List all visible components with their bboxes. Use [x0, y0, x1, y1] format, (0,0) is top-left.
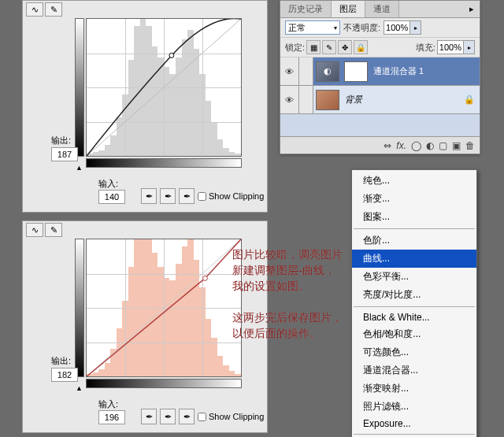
- eyedropper-black-icon[interactable]: ✒: [141, 409, 157, 424]
- menu-item[interactable]: 曲线...: [352, 250, 476, 268]
- lock-row: 锁定: ▦ ✎ ✥ 🔒 填充: 100% ▸: [280, 38, 480, 57]
- input-gradient: [86, 379, 242, 388]
- visibility-icon[interactable]: 👁: [280, 57, 299, 85]
- adjustment-layer-menu: 纯色...渐变...图案...色阶...曲线...色彩平衡...亮度/对比度..…: [351, 169, 477, 437]
- mask-icon[interactable]: ◯: [411, 140, 421, 151]
- tab-layers[interactable]: 图层: [332, 1, 365, 17]
- fill-label: 填充:: [416, 42, 435, 54]
- panel-menu-icon[interactable]: ▸: [464, 1, 480, 17]
- curves-panel-1: ∿ ✎ ▲ 输出: 187 输入: 140 ✒ ✒ ✒ Show Clippin…: [22, 0, 268, 213]
- input-value[interactable]: 196: [98, 410, 125, 424]
- menu-item[interactable]: 可选颜色...: [352, 343, 476, 361]
- fill-input[interactable]: 100% ▸: [437, 40, 475, 54]
- curve-line: [87, 239, 241, 376]
- menu-item[interactable]: 纯色...: [352, 172, 476, 190]
- chevron-right-icon[interactable]: ▸: [410, 21, 421, 34]
- eyedropper-white-icon[interactable]: ✒: [179, 409, 195, 424]
- fill-value: 100%: [438, 42, 463, 53]
- layer-thumb[interactable]: ◐: [316, 61, 339, 82]
- link-cell[interactable]: [299, 86, 313, 113]
- blend-mode-select[interactable]: 正常 ▾: [285, 20, 340, 35]
- blend-mode-value: 正常: [288, 22, 306, 34]
- eyedropper-gray-icon[interactable]: ✒: [160, 409, 176, 424]
- menu-item[interactable]: 图案...: [352, 208, 476, 226]
- show-clipping-label: Show Clipping: [209, 191, 264, 201]
- lock-icon: 🔒: [464, 94, 475, 105]
- layer-name[interactable]: 背景: [342, 94, 362, 106]
- opacity-input[interactable]: 100% ▸: [384, 20, 421, 35]
- menu-item[interactable]: 通道混合器...: [352, 361, 476, 380]
- opacity-value: 100%: [384, 22, 410, 33]
- fx-icon[interactable]: fx.: [396, 140, 406, 151]
- eyedropper-group: ✒ ✒ ✒: [141, 188, 195, 204]
- output-gradient: [75, 239, 84, 377]
- chevron-down-icon: ▾: [334, 24, 337, 31]
- output-label: 输出:: [51, 135, 71, 146]
- input-label: 输入:: [98, 398, 118, 410]
- chevron-right-icon[interactable]: ▸: [463, 41, 474, 54]
- eyedropper-gray-icon[interactable]: ✒: [160, 188, 176, 204]
- tab-history[interactable]: 历史记录: [280, 1, 332, 17]
- menu-item[interactable]: 色彩平衡...: [352, 268, 476, 286]
- lock-all-icon[interactable]: 🔒: [354, 40, 368, 54]
- curves-toolbar: ∿ ✎: [23, 1, 267, 18]
- curves-panel-2: ∿ ✎ ▲ 输出: 182 输入: 196 ✒ ✒ ✒ Show Clippin…: [22, 220, 268, 433]
- curve-tool-icon[interactable]: ∿: [26, 223, 43, 237]
- menu-item[interactable]: 色相/饱和度...: [352, 325, 476, 343]
- layer-mask[interactable]: [344, 61, 368, 82]
- menu-item[interactable]: 渐变...: [352, 190, 476, 208]
- curve-tool-icon[interactable]: ∿: [26, 2, 43, 17]
- opacity-label: 不透明度:: [343, 22, 380, 34]
- pencil-tool-icon[interactable]: ✎: [45, 223, 62, 237]
- link-layers-icon[interactable]: ⇔: [384, 140, 391, 151]
- menu-separator: [354, 306, 475, 307]
- link-cell[interactable]: [299, 57, 313, 85]
- annotation-text: 这两步完后保存图片，以便后面的操作。: [232, 310, 350, 342]
- eyedropper-white-icon[interactable]: ✒: [179, 188, 195, 204]
- show-clipping-input[interactable]: [198, 413, 206, 421]
- layers-panel: 历史记录 图层 通道 ▸ 正常 ▾ 不透明度: 100% ▸ 锁定: ▦ ✎ ✥…: [280, 0, 480, 154]
- show-clipping-checkbox[interactable]: Show Clipping: [198, 191, 264, 201]
- tab-channels[interactable]: 通道: [365, 1, 399, 17]
- lock-move-icon[interactable]: ✥: [338, 40, 352, 54]
- layer-name[interactable]: 通道混合器 1: [370, 65, 424, 77]
- show-clipping-input[interactable]: [198, 192, 206, 201]
- pencil-tool-icon[interactable]: ✎: [45, 2, 62, 17]
- menu-item[interactable]: 色阶...: [352, 231, 476, 250]
- group-icon[interactable]: ▢: [439, 140, 447, 151]
- slider-arrow-icon[interactable]: ▲: [76, 164, 83, 172]
- svg-line-0: [87, 19, 241, 156]
- input-value[interactable]: 140: [98, 190, 125, 204]
- new-layer-icon[interactable]: ▣: [452, 140, 461, 151]
- visibility-icon[interactable]: 👁: [280, 86, 299, 113]
- eyedropper-black-icon[interactable]: ✒: [141, 188, 157, 204]
- menu-item[interactable]: Black & White...: [352, 309, 476, 325]
- menu-item[interactable]: 亮度/对比度...: [352, 286, 476, 304]
- menu-item[interactable]: Exposure...: [352, 416, 476, 431]
- menu-item[interactable]: 照片滤镜...: [352, 398, 476, 416]
- trash-icon[interactable]: 🗑: [465, 140, 475, 151]
- adjustment-layer-icon[interactable]: ◐: [426, 140, 434, 151]
- show-clipping-checkbox[interactable]: Show Clipping: [198, 412, 264, 421]
- layer-list: 👁 ◐ 通道混合器 1 👁 背景 🔒: [280, 57, 480, 136]
- layer-options-row: 正常 ▾ 不透明度: 100% ▸: [280, 18, 480, 38]
- curve-line: [87, 19, 241, 156]
- menu-separator: [354, 228, 475, 229]
- curve-graph[interactable]: [86, 239, 242, 377]
- menu-separator: [354, 434, 475, 435]
- layer-row[interactable]: 👁 背景 🔒: [280, 86, 480, 114]
- eyedropper-group: ✒ ✒ ✒: [141, 409, 195, 424]
- output-value[interactable]: 187: [51, 147, 78, 161]
- slider-arrow-icon[interactable]: ▲: [76, 384, 83, 392]
- lock-transparency-icon[interactable]: ▦: [306, 40, 321, 54]
- layer-thumb[interactable]: [316, 90, 339, 110]
- lock-brush-icon[interactable]: ✎: [322, 40, 336, 54]
- input-gradient: [86, 158, 242, 168]
- curve-graph[interactable]: [86, 18, 242, 157]
- menu-item[interactable]: 渐变映射...: [352, 380, 476, 398]
- curves-toolbar: ∿ ✎: [23, 221, 267, 239]
- layer-row[interactable]: 👁 ◐ 通道混合器 1: [280, 57, 480, 86]
- output-value[interactable]: 182: [51, 368, 78, 382]
- output-label: 输出:: [51, 355, 71, 367]
- svg-line-2: [87, 239, 241, 376]
